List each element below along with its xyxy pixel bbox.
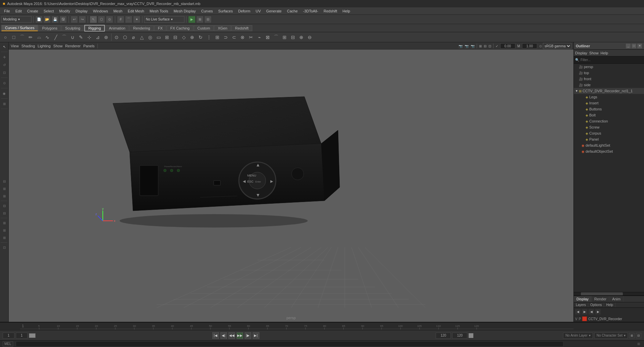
outliner-item-connection[interactable]: ◈ Connection: [574, 118, 644, 124]
outliner-item-default-objectset[interactable]: ◉ defaultObjectSet: [574, 148, 644, 154]
outliner-item-top[interactable]: 🎥 top: [574, 70, 644, 76]
step-back-btn[interactable]: ◀|: [220, 332, 227, 339]
paint-btn[interactable]: ⊙: [106, 16, 113, 23]
menu-mesh-tools[interactable]: Mesh Tools: [147, 8, 171, 14]
tool-intersect[interactable]: ⊠: [264, 33, 272, 41]
outliner-menu-show[interactable]: Show: [589, 51, 599, 55]
redo-btn[interactable]: ↪: [79, 16, 86, 23]
cb-subtab-layers[interactable]: Layers: [574, 302, 588, 307]
tool-curve1[interactable]: ⌒: [18, 33, 26, 41]
tool-sweep[interactable]: ⊃: [222, 33, 230, 41]
outliner-menu-help[interactable]: Help: [601, 51, 608, 55]
tool-pencil[interactable]: ✏: [27, 33, 35, 41]
tool-nurbs-d[interactable]: ◇: [180, 33, 188, 41]
lasso-btn[interactable]: ⬡: [98, 16, 105, 23]
start-frame-field[interactable]: 1: [3, 333, 14, 339]
tab-curves-surfaces[interactable]: Curves / Surfaces: [1, 25, 38, 31]
vp-menu-shading[interactable]: Shading: [22, 44, 35, 48]
outliner-item-side[interactable]: 🎥 side: [574, 82, 644, 88]
left-panel-2[interactable]: ⊞: [1, 185, 8, 192]
outliner-minimize-btn[interactable]: _: [626, 44, 631, 48]
char-set-dropdown[interactable]: No Character Set ▾: [594, 333, 628, 339]
menu-mesh-display[interactable]: Mesh Display: [171, 8, 199, 14]
tool-nurbs-c[interactable]: ⊟: [171, 33, 179, 41]
tool-circle[interactable]: ○: [1, 33, 9, 41]
cb-tab-render[interactable]: Render: [592, 296, 609, 302]
tool-proj[interactable]: ⌁: [255, 33, 263, 41]
outliner-item-panel[interactable]: ◈ Panel: [574, 136, 644, 142]
menu-curves[interactable]: Curves: [199, 8, 216, 14]
tab-rendering[interactable]: Rendering: [129, 25, 154, 31]
outliner-item-screw[interactable]: ◈ Screw: [574, 124, 644, 130]
outliner-item-legs[interactable]: ◈ Legs: [574, 94, 644, 100]
live-surface-dropdown[interactable]: No Live Surface ▾: [144, 16, 184, 23]
menu-uv[interactable]: UV: [253, 8, 263, 14]
tool-fillet[interactable]: ⌒: [272, 33, 280, 41]
current-frame-display[interactable]: 1: [16, 333, 28, 339]
vp-menu-renderer[interactable]: Renderer: [65, 44, 81, 48]
status-icon-resize[interactable]: ⊞: [636, 341, 641, 347]
tool-square[interactable]: □: [10, 33, 18, 41]
mode-dropdown[interactable]: Modeling ▾: [1, 16, 32, 23]
menu-redshift[interactable]: Redshift: [321, 8, 340, 14]
menu-select[interactable]: Select: [41, 8, 57, 14]
layer-nav-3[interactable]: ◀: [589, 309, 594, 314]
menu-edit-mesh[interactable]: Edit Mesh: [125, 8, 147, 14]
outliner-item-insert[interactable]: ◈ Insert: [574, 100, 644, 106]
vp-menu-panels[interactable]: Panels: [83, 44, 95, 48]
outliner-item-buttons[interactable]: ◈ Buttons: [574, 106, 644, 112]
save-btn[interactable]: 💾: [51, 16, 59, 23]
tool-torus[interactable]: ◎: [146, 33, 154, 41]
menu-display[interactable]: Display: [73, 8, 90, 14]
cb-tab-display[interactable]: Display: [574, 296, 592, 302]
left-panel-6[interactable]: ⊞: [1, 219, 8, 227]
layer-nav-4[interactable]: ▶: [595, 309, 601, 314]
left-panel-4[interactable]: ⊟: [1, 202, 8, 209]
soft-sel-btn[interactable]: ◉: [1, 90, 8, 97]
timeline-ruler[interactable]: 1 5 10 15 20 25 30 35 40: [0, 322, 644, 330]
cb-subtab-options[interactable]: Options: [588, 302, 604, 307]
tool-loft[interactable]: ⋮: [205, 33, 213, 41]
tool-offset[interactable]: ⊞: [281, 33, 289, 41]
open-btn[interactable]: 📂: [43, 16, 51, 23]
cb-subtab-help[interactable]: Help: [604, 302, 615, 307]
left-panel-8[interactable]: ⊞: [1, 234, 8, 241]
tool-revolve[interactable]: ↻: [197, 33, 205, 41]
tool-bound[interactable]: ⊂: [230, 33, 238, 41]
vp-val1-input[interactable]: [500, 43, 515, 49]
tab-custom[interactable]: Custom: [194, 25, 214, 31]
layer-nav-1[interactable]: ◀: [575, 309, 581, 314]
menu-3dtoall[interactable]: -3DToAll-: [300, 8, 321, 14]
left-panel-9[interactable]: ⊡: [1, 244, 8, 251]
snap-point-btn[interactable]: ✦: [133, 16, 140, 23]
snap-grid-btn[interactable]: #: [117, 16, 124, 23]
go-end-btn[interactable]: ▶|: [253, 332, 259, 339]
left-panel-3[interactable]: ⊞: [1, 192, 8, 200]
menu-create[interactable]: Create: [25, 8, 41, 14]
go-start-btn[interactable]: |◀: [212, 332, 219, 339]
step-fwd-btn[interactable]: |▶: [245, 332, 251, 339]
menu-cache[interactable]: Cache: [284, 8, 300, 14]
tab-sculpting[interactable]: Sculpting: [61, 25, 84, 31]
left-panel-5[interactable]: ⊟: [1, 209, 8, 217]
outliner-restore-btn[interactable]: □: [632, 44, 636, 48]
vp-menu-view[interactable]: View: [11, 44, 19, 48]
tab-animation[interactable]: Animation: [105, 25, 129, 31]
menu-surfaces[interactable]: Surfaces: [216, 8, 235, 14]
tool-cyl3d[interactable]: ⌀: [129, 33, 137, 41]
tab-rigging[interactable]: Rigging: [84, 25, 105, 32]
tool-bezier[interactable]: ⌒: [60, 33, 68, 41]
outliner-item-bolt[interactable]: ◈ Bolt: [574, 112, 644, 118]
layer-nav-2[interactable]: ▶: [582, 309, 587, 314]
select-tool-btn[interactable]: ↖: [1, 43, 8, 50]
play-fwd-btn[interactable]: ▶▶: [237, 332, 243, 339]
outliner-item-persp[interactable]: 🎥 persp: [574, 64, 644, 70]
tool-wave[interactable]: ∿: [43, 33, 51, 41]
outliner-hscroll[interactable]: [574, 292, 644, 295]
tool-detach[interactable]: ⊖: [306, 33, 314, 41]
outliner-item-main-group[interactable]: ▼ ⊞ CCTV_DVR_Recorder_ncl1_1: [574, 88, 644, 94]
gamma-dropdown[interactable]: sRGB gamma: [543, 43, 571, 49]
outliner-menu-display[interactable]: Display: [575, 51, 587, 55]
tool-attach[interactable]: ⊕: [297, 33, 305, 41]
outliner-item-corpus[interactable]: ◈ Corpus: [574, 130, 644, 136]
